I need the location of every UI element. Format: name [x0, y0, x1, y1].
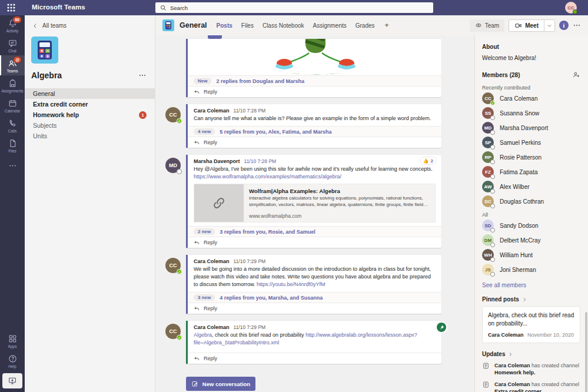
tab-assignments[interactable]: Assignments: [313, 22, 347, 29]
rail-item-calendar[interactable]: Calendar: [0, 95, 25, 115]
member-susanna-snow[interactable]: SS Susanna Snow: [482, 106, 580, 120]
rail-item-calls[interactable]: Calls: [0, 115, 25, 135]
meet-dropdown-button[interactable]: [544, 19, 555, 32]
tab-grades[interactable]: Grades: [356, 22, 375, 29]
avatar: DC: [482, 195, 494, 207]
rail-item-more[interactable]: [0, 155, 25, 175]
reply-button[interactable]: Reply: [188, 137, 441, 148]
update-channel-created[interactable]: Cara Coleman has created channel Extra c…: [482, 381, 580, 392]
member-marsha-davenport[interactable]: MD Marsha Davenport: [482, 121, 580, 135]
channel-subjects[interactable]: Subjects: [25, 120, 155, 131]
pinned-posts-header[interactable]: Pinned posts: [482, 296, 580, 303]
channel-unread-badge: 1: [139, 111, 147, 119]
updates-header[interactable]: Updates: [482, 351, 580, 357]
reply-summary-link[interactable]: 5 replies from you, Alex, Fatima, and Ma…: [220, 129, 331, 135]
member-douglas-cothran[interactable]: DC Douglas Cothran: [482, 194, 580, 208]
reply-summary-link[interactable]: 4 replies from you, Marsha, and Susanna: [220, 295, 323, 301]
see-all-members-link[interactable]: See all members: [482, 282, 580, 288]
new-conversation-button[interactable]: New conversation: [186, 377, 255, 391]
member-samuel-perkins[interactable]: SP Samuel Perkins: [482, 135, 580, 150]
avatar: WH: [482, 249, 494, 261]
rail-item-apps[interactable]: Apps: [0, 331, 25, 351]
avatar-marsha-davenport[interactable]: MD: [165, 158, 181, 173]
update-channel-created[interactable]: Cara Coleman has created channel Homewor…: [482, 362, 580, 376]
member-rosie-patterson[interactable]: RP Rosie Patterson: [482, 150, 580, 164]
scrollbar-thumb[interactable]: [585, 312, 587, 392]
apps-icon: [8, 334, 18, 344]
rail-item-help[interactable]: Help: [0, 351, 25, 371]
message-author[interactable]: Cara Coleman: [194, 108, 230, 114]
wolfram-link[interactable]: https://www.wolframalpha.com/examples/ma…: [194, 173, 436, 181]
thumbs-up-reaction[interactable]: 👍 2: [420, 157, 437, 165]
channel-extra-credit-corner[interactable]: Extra credit corner: [25, 99, 155, 109]
team-logo-algebra[interactable]: [31, 36, 58, 64]
chevron-right-icon: [508, 352, 513, 357]
avatar-cara-coleman[interactable]: CC ✓: [165, 258, 181, 273]
channel-info-button[interactable]: i: [559, 21, 569, 30]
avatar-cara-coleman[interactable]: CC ✓: [165, 324, 181, 339]
calendar-icon: [8, 98, 18, 108]
tab-class-notebook[interactable]: Class Notebook: [263, 22, 304, 29]
reply-summary-link[interactable]: 3 replies from you, Rosie, and Samuel: [220, 229, 315, 235]
avatar-cara-coleman[interactable]: CC ✓: [165, 107, 181, 122]
member-sandy-dodson[interactable]: SD Sandy Dodson: [482, 218, 580, 232]
message-author[interactable]: Cara Coleman: [194, 324, 230, 330]
pinned-post-card[interactable]: Algebra, check out this brief read on pr…: [482, 306, 580, 343]
avatar: RP: [482, 151, 494, 163]
channel-general[interactable]: General: [25, 88, 155, 99]
gif-image[interactable]: [188, 39, 441, 75]
member-joni-sherman[interactable]: JS Joni Sherman: [482, 263, 580, 277]
message-author[interactable]: Cara Coleman: [194, 258, 230, 264]
reply-button[interactable]: Reply: [188, 237, 441, 248]
team-more-options-icon[interactable]: [136, 71, 149, 79]
waffle-menu-icon[interactable]: [6, 3, 16, 12]
link-preview-card[interactable]: Wolfram|Alpha Examples: Algebra Interact…: [194, 184, 436, 222]
backpack-icon: [8, 78, 18, 88]
download-desktop-app-button[interactable]: [2, 373, 22, 388]
rail-item-teams[interactable]: @ Teams: [0, 55, 25, 75]
thumbs-up-emoji: 👍: [423, 158, 429, 164]
youtube-link[interactable]: https://youtu.be/N4nrdf0yYfM: [257, 281, 325, 287]
channel-team-logo: [162, 19, 174, 31]
meet-button[interactable]: Meet: [509, 19, 544, 32]
app-title: Microsoft Teams: [32, 4, 85, 11]
channel-list: General Extra credit corner Homework hel…: [25, 88, 155, 141]
team-visibility-button[interactable]: Team: [470, 19, 504, 32]
reply-button[interactable]: Reply: [188, 86, 441, 97]
rail-item-activity[interactable]: 60 Activity: [0, 15, 25, 35]
rail-item-files[interactable]: Files: [0, 135, 25, 155]
member-cara-coleman[interactable]: CC✓ Cara Coleman: [482, 91, 580, 105]
channel-update-icon: [482, 381, 490, 388]
rail-item-chat[interactable]: Chat: [0, 35, 25, 55]
presence-offline-icon: [490, 145, 495, 150]
chat-icon: [8, 38, 18, 48]
message-author[interactable]: Marsha Davenport: [194, 158, 240, 164]
member-delbert-mccray[interactable]: DM Delbert McCray: [482, 233, 580, 247]
chevron-left-icon: [32, 23, 38, 29]
tab-posts[interactable]: Posts: [217, 22, 232, 29]
members-heading: Members (28): [482, 72, 520, 78]
member-william-hunt[interactable]: WH William Hunt: [482, 248, 580, 262]
reply-button[interactable]: Reply: [188, 303, 441, 314]
header-more-options[interactable]: [573, 21, 581, 29]
posts-feed[interactable]: New 2 replies from Douglas and Marsha Re…: [155, 35, 474, 392]
team-mention[interactable]: Algebra: [194, 332, 212, 338]
all-teams-back-link[interactable]: All teams: [32, 22, 67, 29]
reply-button[interactable]: Reply: [188, 353, 441, 364]
profile-avatar[interactable]: CC: [565, 2, 577, 14]
rail-spacer: [0, 175, 25, 331]
member-fatima-zapata[interactable]: FZ Fatima Zapata: [482, 165, 580, 179]
all-members-label: All: [482, 212, 580, 218]
channel-units[interactable]: Units: [25, 131, 155, 141]
avatar: SS: [482, 107, 494, 119]
add-tab-button[interactable]: +: [385, 21, 389, 29]
reply-arrow-icon: [194, 240, 200, 246]
reply-summary-link[interactable]: 2 replies from Douglas and Marsha: [216, 78, 304, 84]
member-alex-wilber[interactable]: AW Alex Wilber: [482, 180, 580, 194]
channel-homework-help[interactable]: Homework help 1: [25, 109, 155, 120]
search-input[interactable]: Search: [155, 2, 433, 13]
presence-available-icon: ✓: [490, 101, 495, 105]
tab-files[interactable]: Files: [241, 22, 254, 29]
rail-item-assignments[interactable]: Assignments: [0, 75, 25, 95]
add-member-icon[interactable]: [572, 71, 580, 79]
